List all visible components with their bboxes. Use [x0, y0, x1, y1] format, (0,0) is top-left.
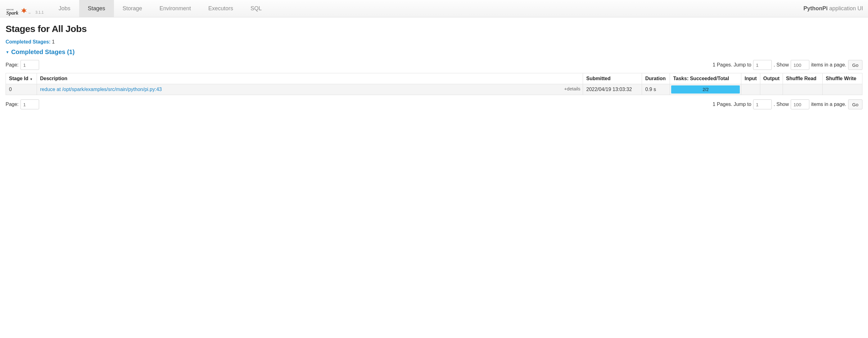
cell-description: reduce at /opt/spark/examples/src/main/p…: [37, 84, 583, 95]
col-tasks[interactable]: Tasks: Succeeded/Total: [670, 73, 741, 84]
nav-tab-executors[interactable]: Executors: [199, 0, 242, 17]
go-button[interactable]: Go: [848, 60, 862, 70]
sort-down-icon: ▾: [30, 77, 32, 81]
cell-tasks: 2/2: [670, 84, 741, 95]
pager-left: Page:: [6, 60, 39, 70]
caret-down-icon: ▼: [6, 50, 9, 54]
cell-submitted: 2022/04/19 13:03:32: [583, 84, 642, 95]
col-shuffle-read[interactable]: Shuffle Read: [783, 73, 823, 84]
show-prefix: . Show: [774, 62, 789, 68]
cell-output: [760, 84, 783, 95]
page-input-bottom[interactable]: [21, 100, 39, 109]
cell-stage-id: 0: [6, 84, 37, 95]
col-output[interactable]: Output: [760, 73, 783, 84]
section-toggle[interactable]: ▼ Completed Stages (1): [6, 49, 862, 56]
cell-duration: 0.9 s: [642, 84, 670, 95]
col-input[interactable]: Input: [741, 73, 760, 84]
pager-left-bottom: Page:: [6, 100, 39, 109]
cell-input: [741, 84, 760, 95]
page-input[interactable]: [21, 60, 39, 70]
go-button-bottom[interactable]: Go: [848, 100, 862, 109]
spark-logo-icon: APACHE Spark ™: [6, 6, 34, 17]
table-row: 0 reduce at /opt/spark/examples/src/main…: [6, 84, 862, 95]
pager-top: Page: 1 Pages. Jump to . Show items in a…: [6, 60, 862, 70]
svg-text:™: ™: [28, 12, 30, 15]
table-header-row: Stage Id ▾ Description Submitted Duratio…: [6, 73, 862, 84]
col-shuffle-write[interactable]: Shuffle Write: [823, 73, 862, 84]
page-size-input-bottom[interactable]: [791, 100, 809, 109]
brand-logo[interactable]: APACHE Spark ™ 3.1.1: [0, 0, 50, 17]
show-prefix-bottom: . Show: [774, 102, 789, 107]
col-submitted[interactable]: Submitted: [583, 73, 642, 84]
stages-table: Stage Id ▾ Description Submitted Duratio…: [6, 73, 862, 95]
section-header-text: Completed Stages (1): [11, 49, 74, 56]
pages-text: 1 Pages. Jump to: [713, 62, 752, 68]
svg-text:Spark: Spark: [6, 10, 18, 16]
completed-stages-link[interactable]: Completed Stages:: [6, 39, 51, 45]
page-size-input[interactable]: [791, 60, 809, 70]
details-toggle[interactable]: +details: [564, 86, 580, 91]
svg-marker-2: [21, 8, 27, 13]
pager-bottom: Page: 1 Pages. Jump to . Show items in a…: [6, 100, 862, 109]
app-name: PythonPi application UI: [803, 5, 863, 12]
jump-input[interactable]: [753, 60, 772, 70]
summary-line: Completed Stages: 1: [6, 39, 862, 45]
nav-tabs: Jobs Stages Storage Environment Executor…: [50, 0, 270, 17]
main-content: Stages for All Jobs Completed Stages: 1 …: [0, 18, 868, 119]
col-duration[interactable]: Duration: [642, 73, 670, 84]
nav-tab-jobs[interactable]: Jobs: [50, 0, 79, 17]
page-label: Page:: [6, 62, 19, 68]
completed-stages-count: 1: [51, 39, 55, 45]
nav-tab-stages[interactable]: Stages: [79, 0, 114, 17]
cell-shuffle-write: [823, 84, 862, 95]
task-progress-bar: 2/2: [671, 85, 740, 93]
col-stage-id[interactable]: Stage Id ▾: [6, 73, 37, 84]
jump-input-bottom[interactable]: [753, 100, 772, 109]
stage-description-link[interactable]: reduce at /opt/spark/examples/src/main/p…: [40, 87, 162, 92]
version-label: 3.1.1: [35, 10, 44, 17]
col-description[interactable]: Description: [37, 73, 583, 84]
show-suffix-bottom: items in a page.: [811, 102, 846, 107]
nav-tab-sql[interactable]: SQL: [242, 0, 270, 17]
pager-right-bottom: 1 Pages. Jump to . Show items in a page.…: [713, 100, 862, 109]
nav-tab-environment[interactable]: Environment: [151, 0, 199, 17]
navbar: APACHE Spark ™ 3.1.1 Jobs Stages Storage…: [0, 0, 868, 18]
show-suffix: items in a page.: [811, 62, 846, 68]
pages-text-bottom: 1 Pages. Jump to: [713, 102, 752, 107]
page-label-bottom: Page:: [6, 102, 19, 107]
nav-tab-storage[interactable]: Storage: [114, 0, 151, 17]
pager-right: 1 Pages. Jump to . Show items in a page.…: [713, 60, 862, 70]
page-title: Stages for All Jobs: [6, 24, 862, 34]
cell-shuffle-read: [783, 84, 823, 95]
app-name-bold: PythonPi: [803, 5, 828, 11]
